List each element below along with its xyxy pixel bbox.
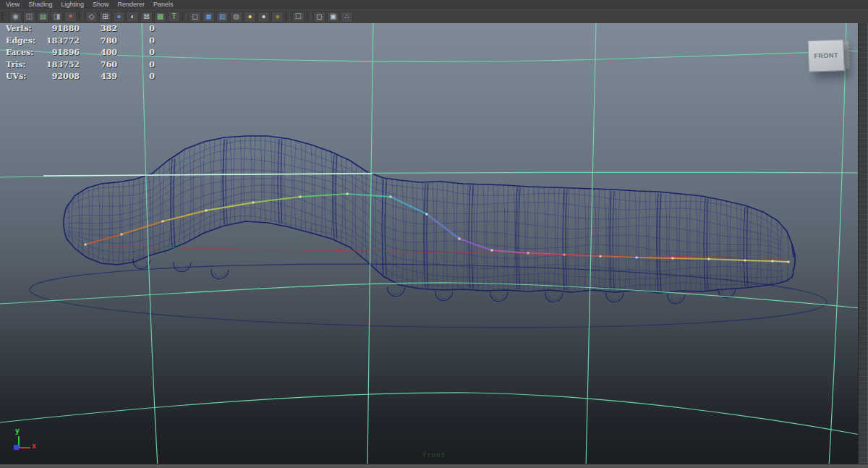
all-lights-icon[interactable]: ● <box>244 12 256 22</box>
maya-viewport-window: ViewShadingLightingShowRendererPanels ◉◫… <box>0 0 868 468</box>
menu-renderer[interactable]: Renderer <box>113 0 149 9</box>
share-node-icon[interactable]: ∴ <box>341 12 353 22</box>
axis-gizmo: y x <box>12 428 45 457</box>
camera-name-label: front <box>383 451 485 459</box>
menubar: ViewShadingLightingShowRendererPanels <box>1 0 178 9</box>
film-gate-icon[interactable]: ⊞ <box>99 12 111 22</box>
menu-lighting[interactable]: Lighting <box>56 0 88 9</box>
select-camera-icon[interactable]: ◉ <box>9 12 22 22</box>
transparent-cube-icon[interactable]: ▧ <box>216 12 229 22</box>
toolbar: ◉◫▤◨✶◇⊞●◐⊠▩T◻◼▧◍●●●☐◻▣∴ <box>0 9 868 23</box>
bookmarks-icon[interactable]: ▤ <box>37 12 49 22</box>
hud-row-edges: Edges:1837727800 <box>6 36 155 46</box>
isolate-select-icon[interactable]: ☐ <box>292 12 305 22</box>
plain-cube-icon[interactable]: ◻ <box>313 12 326 22</box>
toolbar-separator <box>286 12 290 21</box>
checker-sphere-icon[interactable]: ◍ <box>230 12 242 22</box>
hud-row-uvs: UVs:920084390 <box>6 72 155 81</box>
flat-light-icon[interactable]: ● <box>258 12 270 22</box>
textured-icon[interactable]: T <box>168 12 180 22</box>
hud-row-verts: Verts:918803820 <box>6 24 155 33</box>
menu-view[interactable]: View <box>1 0 24 9</box>
default-light-icon[interactable]: ● <box>271 12 284 22</box>
default-material-icon[interactable]: ◻ <box>189 12 201 22</box>
axis-x-label: x <box>32 442 36 450</box>
hud-row-faces: Faces:918964000 <box>6 48 155 57</box>
right-panel-strip <box>858 22 868 464</box>
shaded-cube-icon[interactable]: ◼ <box>203 12 215 22</box>
toolbar-separator <box>182 12 187 21</box>
menu-shading[interactable]: Shading <box>24 0 56 9</box>
axis-y-label: y <box>15 427 20 435</box>
toolbar-separator <box>79 12 83 21</box>
camera-attributes-icon[interactable]: ◫ <box>23 12 35 22</box>
axis-z-dot <box>14 445 19 450</box>
bottom-bar <box>0 464 868 468</box>
xray-joints-icon[interactable]: ▩ <box>154 12 166 22</box>
pan-zoom-icon[interactable]: ✶ <box>64 12 77 22</box>
view-cube[interactable]: FRONT <box>807 39 843 71</box>
smooth-shade-icon[interactable]: ● <box>113 12 125 22</box>
xray-icon[interactable]: ⊠ <box>140 12 153 22</box>
toolbar-icons: ◉◫▤◨✶◇⊞●◐⊠▩T◻◼▧◍●●●☐◻▣∴ <box>9 12 354 22</box>
menu-show[interactable]: Show <box>88 0 114 9</box>
menu-panels[interactable]: Panels <box>149 0 178 9</box>
specular-shade-icon[interactable]: ◐ <box>127 12 139 22</box>
wireframe-icon[interactable]: ◇ <box>85 12 98 22</box>
toolbar-separator <box>307 12 311 21</box>
hud-row-tris: Tris:1837527600 <box>6 60 155 69</box>
axis-x-line <box>19 447 30 448</box>
panel-header: ViewShadingLightingShowRendererPanels ◉◫… <box>0 0 868 23</box>
hud-stats: Verts:918803820Edges:1837727800Faces:918… <box>6 24 155 84</box>
view-cube-front-face[interactable]: FRONT <box>807 39 845 72</box>
frame-icon[interactable]: ▣ <box>327 12 339 22</box>
image-plane-icon[interactable]: ◨ <box>51 12 63 22</box>
toolbar-grip <box>1 12 7 21</box>
